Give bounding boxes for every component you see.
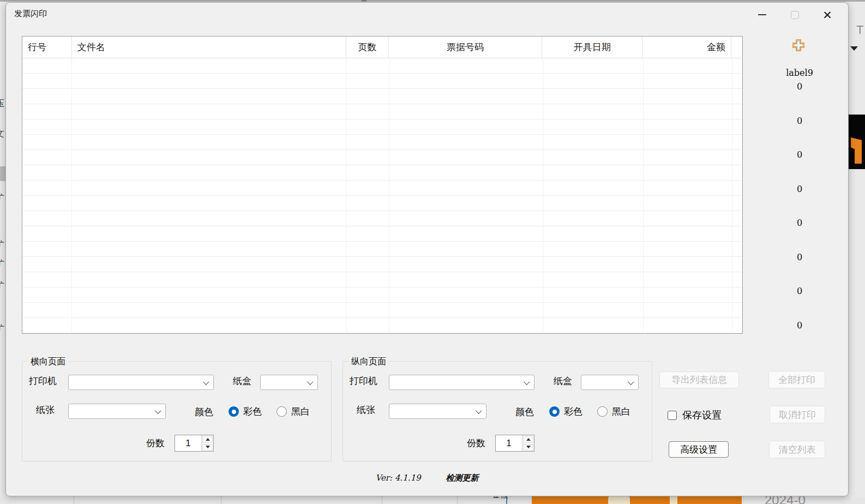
stepper-up-button[interactable] <box>523 436 533 443</box>
table-cell <box>22 150 72 165</box>
stepper-down-button[interactable] <box>202 444 213 451</box>
table-row[interactable] <box>22 272 742 287</box>
down-arrow-icon <box>206 446 210 448</box>
close-button[interactable]: ✕ <box>811 4 844 26</box>
portrait-printer-select[interactable] <box>389 375 534 390</box>
column-header-金额[interactable]: 金额 <box>642 37 731 58</box>
background-dropdown-arrow-icon <box>850 46 858 51</box>
column-header-行号[interactable]: 行号 <box>22 37 72 58</box>
landscape-tray-select[interactable] <box>260 375 318 390</box>
table-cell <box>644 303 732 317</box>
stepper-up-button[interactable] <box>202 436 213 443</box>
table-cell <box>732 287 742 302</box>
landscape-paper-select[interactable] <box>68 404 166 419</box>
table-cell <box>22 318 72 333</box>
copies-value: 1 <box>496 435 522 451</box>
maximize-button <box>778 4 811 26</box>
table-row[interactable] <box>22 165 742 181</box>
copies-value: 1 <box>175 435 201 451</box>
table-cell <box>543 303 644 317</box>
portrait-bw-radio[interactable]: 黑白 <box>597 405 630 418</box>
portrait-paper-select[interactable] <box>389 404 486 419</box>
table-cell <box>732 150 742 165</box>
table-cell <box>543 104 644 119</box>
clear-list-button: 清空列表 <box>769 441 825 458</box>
minimize-button[interactable] <box>746 4 778 26</box>
table-row[interactable] <box>22 119 742 135</box>
portrait-copies-stepper[interactable]: 1 <box>495 435 534 452</box>
column-header-filler[interactable] <box>731 37 742 58</box>
advanced-settings-button[interactable]: 高级设置 <box>669 441 729 458</box>
table-row[interactable] <box>22 135 742 150</box>
background-orange-logo-detail <box>670 495 677 504</box>
chevron-down-icon <box>628 379 634 385</box>
table-row[interactable] <box>22 303 742 318</box>
background-grid-line <box>382 495 382 504</box>
table-cell <box>543 74 644 88</box>
table-row[interactable] <box>22 181 742 196</box>
table-row[interactable] <box>22 104 742 119</box>
table-cell <box>644 135 732 149</box>
tray-label: 纸盒 <box>233 375 251 387</box>
counter-value: 0 <box>764 81 835 92</box>
table-row[interactable] <box>22 211 742 226</box>
background-grid-line <box>457 495 458 504</box>
table-row[interactable] <box>22 318 742 333</box>
paper-label: 纸张 <box>357 404 375 416</box>
column-header-开具日期[interactable]: 开具日期 <box>542 37 642 58</box>
table-cell <box>72 135 347 149</box>
save-settings-checkbox[interactable]: 保存设置 <box>668 409 722 422</box>
table-row[interactable] <box>22 74 742 89</box>
table-cell <box>644 165 732 180</box>
landscape-bw-radio[interactable]: 黑白 <box>277 405 310 418</box>
table-row[interactable] <box>22 257 742 272</box>
table-cell <box>347 119 389 134</box>
table-cell <box>389 318 543 333</box>
table-cell <box>389 242 543 256</box>
check-update-link[interactable]: 检测更新 <box>446 473 479 483</box>
counter-value: 0 <box>764 218 835 228</box>
table-cell <box>644 150 732 165</box>
landscape-printer-select[interactable] <box>68 375 214 390</box>
portrait-tray-select[interactable] <box>581 375 639 390</box>
table-cell <box>543 242 644 256</box>
table-row[interactable] <box>22 287 742 303</box>
plus-cross-icon[interactable] <box>792 39 805 52</box>
table-cell <box>644 181 732 195</box>
column-header-票据号码[interactable]: 票据号码 <box>389 37 542 58</box>
table-cell <box>389 287 543 302</box>
table-row[interactable] <box>22 242 742 257</box>
table-row[interactable] <box>22 196 742 211</box>
table-cell <box>22 165 72 180</box>
column-header-文件名[interactable]: 文件名 <box>72 37 346 58</box>
table-cell <box>347 318 389 333</box>
table-row[interactable] <box>22 226 742 242</box>
radio-selected-icon <box>229 406 239 417</box>
table-row[interactable] <box>22 89 742 104</box>
table-cell <box>389 74 543 88</box>
portrait-color-radio[interactable]: 彩色 <box>549 405 582 418</box>
stepper-down-button[interactable] <box>523 444 533 451</box>
table-body <box>22 58 742 333</box>
table-cell <box>732 272 742 287</box>
table-cell <box>347 74 389 88</box>
table-cell <box>732 104 742 119</box>
file-list-table[interactable]: 行号文件名页数票据号码开具日期金额 <box>22 36 743 334</box>
counter-value: 0 <box>764 286 835 296</box>
close-icon: ✕ <box>822 9 832 21</box>
table-row[interactable] <box>22 150 742 165</box>
table-cell <box>543 165 644 180</box>
table-cell <box>543 135 644 149</box>
table-cell <box>347 58 389 73</box>
up-arrow-icon <box>206 438 210 441</box>
table-cell <box>732 74 742 88</box>
landscape-copies-stepper[interactable]: 1 <box>175 435 214 452</box>
title-bar[interactable]: 发票闪印 ✕ <box>6 3 848 27</box>
column-header-页数[interactable]: 页数 <box>346 37 389 58</box>
table-cell <box>644 287 732 302</box>
table-row[interactable] <box>22 58 742 74</box>
chevron-down-icon <box>524 379 530 385</box>
table-cell <box>22 211 72 226</box>
landscape-color-radio[interactable]: 彩色 <box>229 405 262 418</box>
background-grid-line <box>74 495 74 504</box>
